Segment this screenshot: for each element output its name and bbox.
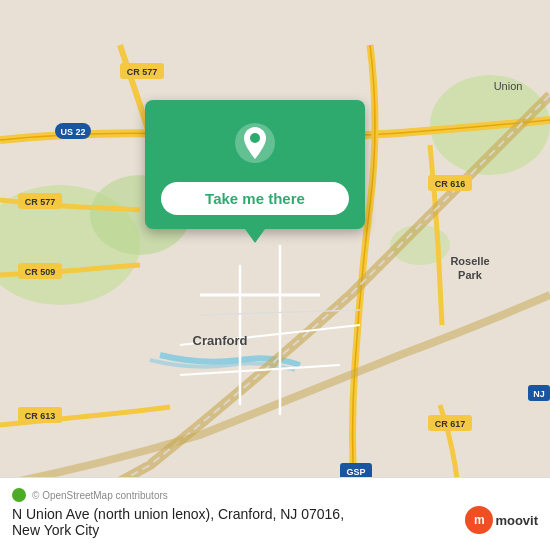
svg-text:NJ: NJ bbox=[533, 389, 545, 399]
svg-text:CR 617: CR 617 bbox=[435, 419, 466, 429]
svg-text:CR 577: CR 577 bbox=[25, 197, 56, 207]
svg-text:GSP: GSP bbox=[346, 467, 365, 477]
location-card: Take me there bbox=[145, 100, 365, 229]
svg-text:Park: Park bbox=[458, 269, 483, 281]
svg-text:Union: Union bbox=[494, 80, 523, 92]
svg-text:US 22: US 22 bbox=[60, 127, 85, 137]
osm-logo-icon bbox=[12, 488, 26, 502]
take-me-there-button[interactable]: Take me there bbox=[161, 182, 349, 215]
svg-point-36 bbox=[250, 133, 260, 143]
bottom-info-bar: © OpenStreetMap contributors N Union Ave… bbox=[0, 477, 550, 550]
svg-text:CR 613: CR 613 bbox=[25, 411, 56, 421]
map-svg: CR 577 US 22 US 22 CR 577 CR 509 CR 616 … bbox=[0, 0, 550, 550]
svg-text:CR 577: CR 577 bbox=[127, 67, 158, 77]
map-attribution: © OpenStreetMap contributors bbox=[12, 488, 538, 502]
moovit-icon: m bbox=[465, 506, 493, 534]
svg-text:Roselle: Roselle bbox=[450, 255, 489, 267]
location-pin-icon bbox=[230, 118, 280, 168]
svg-text:Cranford: Cranford bbox=[193, 333, 248, 348]
svg-text:CR 616: CR 616 bbox=[435, 179, 466, 189]
map-container: CR 577 US 22 US 22 CR 577 CR 509 CR 616 … bbox=[0, 0, 550, 550]
address-block: N Union Ave (north union lenox), Cranfor… bbox=[12, 506, 538, 538]
address-text: N Union Ave (north union lenox), Cranfor… bbox=[12, 506, 344, 538]
svg-text:CR 509: CR 509 bbox=[25, 267, 56, 277]
moovit-logo: m moovit bbox=[465, 506, 538, 534]
